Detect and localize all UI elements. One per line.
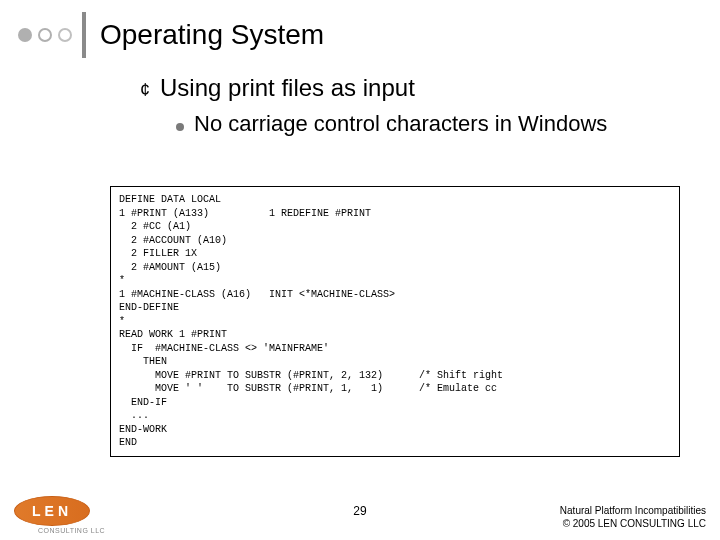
footer-line2: © 2005 LEN CONSULTING LLC (560, 517, 706, 530)
footer-line1: Natural Platform Incompatibilities (560, 504, 706, 517)
bullet-level1-text: Using print files as input (160, 74, 415, 102)
logo-subtext: CONSULTING LLC (38, 527, 105, 534)
dot-icon (18, 28, 32, 42)
bullet-level2-text: No carriage control characters in Window… (194, 110, 607, 138)
dot-icon (38, 28, 52, 42)
decorative-dots (18, 28, 72, 42)
title-row: Operating System (18, 12, 324, 58)
page-title: Operating System (100, 19, 324, 51)
dot-icon (58, 28, 72, 42)
bullet-marker-icon: ¢ (140, 76, 150, 104)
slide: Operating System ¢ Using print files as … (0, 0, 720, 540)
bullet-marker-icon (176, 123, 184, 131)
logo: LEN (14, 496, 90, 526)
bullet-level1: ¢ Using print files as input (140, 74, 680, 104)
code-listing: DEFINE DATA LOCAL 1 #PRINT (A133) 1 REDE… (110, 186, 680, 457)
logo-letters: LEN (32, 503, 72, 519)
logo-badge-icon: LEN (14, 496, 90, 526)
vertical-rule-icon (82, 12, 86, 58)
bullet-level2: No carriage control characters in Window… (176, 110, 680, 138)
bullet-list: ¢ Using print files as input No carriage… (140, 74, 680, 138)
footer-copyright: Natural Platform Incompatibilities © 200… (560, 504, 706, 530)
